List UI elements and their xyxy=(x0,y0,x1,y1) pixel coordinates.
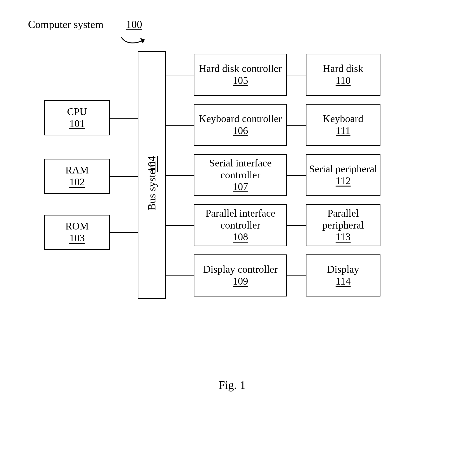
connector-line xyxy=(166,75,194,75)
connector-line xyxy=(166,125,194,126)
connector-line xyxy=(110,118,138,119)
ram-block: RAM 102 xyxy=(44,159,110,194)
connector-line xyxy=(166,275,194,276)
bus-label: Bus system xyxy=(146,161,158,211)
hdd-device-ref: 110 xyxy=(336,75,351,87)
display-device-block: Display 114 xyxy=(306,254,380,296)
parallel-controller-label: Parallel interface controller xyxy=(196,208,285,231)
figure-caption: Fig. 1 xyxy=(218,378,246,392)
display-controller-label: Display controller xyxy=(203,263,278,275)
diagram-title-ref: 100 xyxy=(126,18,142,30)
serial-device-block: Serial peripheral 112 xyxy=(306,154,380,196)
diagram-canvas: Computer system 100 104 Bus system CPU 1… xyxy=(0,0,464,476)
connector-line xyxy=(110,232,138,233)
rom-label: ROM xyxy=(65,220,89,232)
connector-line xyxy=(287,275,306,276)
display-device-label: Display xyxy=(327,263,359,275)
parallel-device-block: Parallel peripheral 113 xyxy=(306,204,380,246)
connector-line xyxy=(287,175,306,176)
display-controller-ref: 109 xyxy=(233,275,248,287)
rom-block: ROM 103 xyxy=(44,215,110,250)
cpu-block: CPU 101 xyxy=(44,100,110,136)
diagram-title-text: Computer system xyxy=(28,18,103,30)
hdd-device-label: Hard disk xyxy=(323,63,363,75)
keyboard-controller-block: Keyboard controller 106 xyxy=(194,104,287,146)
display-controller-block: Display controller 109 xyxy=(194,254,287,296)
hdd-device-block: Hard disk 110 xyxy=(306,54,380,96)
ram-label: RAM xyxy=(65,164,89,176)
serial-device-label: Serial peripheral xyxy=(309,163,377,175)
connector-line xyxy=(166,175,194,176)
ram-ref: 102 xyxy=(69,176,85,188)
serial-controller-label: Serial interface controller xyxy=(196,157,285,181)
rom-ref: 103 xyxy=(69,232,85,244)
hdd-controller-block: Hard disk controller 105 xyxy=(194,54,287,96)
parallel-device-ref: 113 xyxy=(336,231,351,243)
hdd-controller-ref: 105 xyxy=(233,75,248,87)
connector-line xyxy=(166,225,194,226)
connector-line xyxy=(287,75,306,75)
keyboard-controller-ref: 106 xyxy=(233,125,248,137)
display-device-ref: 114 xyxy=(336,275,351,287)
keyboard-device-ref: 111 xyxy=(336,125,351,137)
cpu-label: CPU xyxy=(67,106,87,118)
bus-block: 104 Bus system xyxy=(138,51,166,299)
serial-device-ref: 112 xyxy=(336,175,351,187)
parallel-device-label: Parallel peripheral xyxy=(308,208,378,231)
connector-line xyxy=(287,225,306,226)
keyboard-device-block: Keyboard 111 xyxy=(306,104,380,146)
connector-line xyxy=(287,125,306,126)
title-arrow-icon xyxy=(117,30,154,49)
hdd-controller-label: Hard disk controller xyxy=(199,63,282,75)
parallel-controller-ref: 108 xyxy=(233,231,248,243)
keyboard-device-label: Keyboard xyxy=(323,113,363,125)
parallel-controller-block: Parallel interface controller 108 xyxy=(194,204,287,246)
keyboard-controller-label: Keyboard controller xyxy=(199,113,282,125)
serial-controller-ref: 107 xyxy=(233,181,248,193)
serial-controller-block: Serial interface controller 107 xyxy=(194,154,287,196)
connector-line xyxy=(110,176,138,177)
cpu-ref: 101 xyxy=(69,118,85,130)
